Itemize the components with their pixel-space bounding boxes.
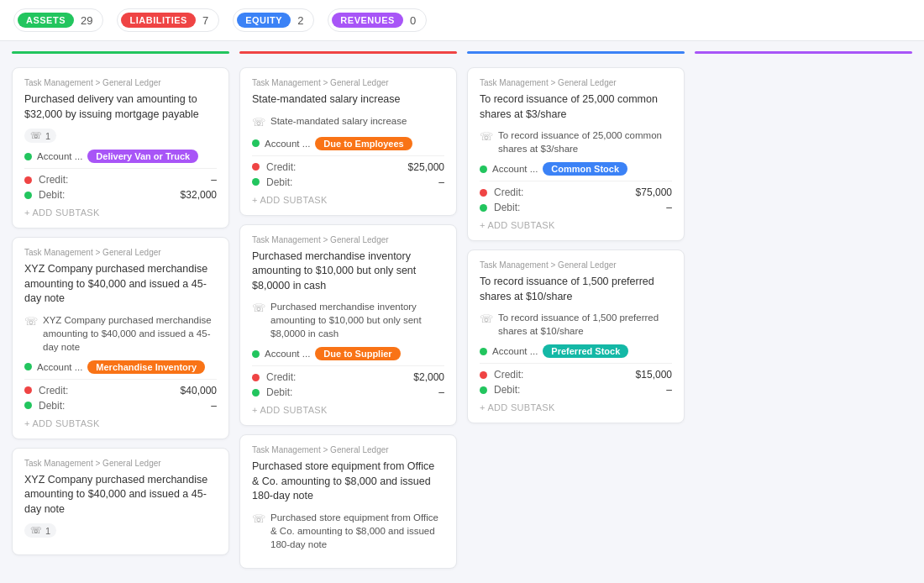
top-bar: ASSETS 29 LIABILITIES 7 EQUITY 2 REVENUE… [0, 0, 924, 41]
account-row: Account ... Merchandise Inventory [24, 360, 217, 374]
category-pill-assets[interactable]: ASSETS 29 [13, 8, 103, 32]
category-pill-equity[interactable]: EQUITY 2 [233, 8, 314, 32]
subtask-row: ☏ To record issuance of 25,000 common sh… [480, 129, 672, 155]
task-card: Task Management > General LedgerXYZ Comp… [12, 237, 229, 439]
subtask-icon: ☏ [252, 115, 265, 130]
add-subtask-button[interactable]: + ADD SUBTASK [480, 220, 672, 230]
subtask-row: ☏ XYZ Company purchased merchandise amou… [24, 313, 217, 354]
account-tag[interactable]: Common Stock [543, 162, 627, 176]
account-row: Account ... Due to Employees [252, 137, 444, 150]
debit-row: Debit: – [480, 202, 672, 213]
account-label: Account ... [37, 362, 82, 372]
category-pill-revenues[interactable]: REVENUES 0 [328, 8, 427, 32]
add-subtask-button[interactable]: + ADD SUBTASK [252, 195, 444, 205]
task-card: Task Management > General LedgerPurchase… [239, 224, 457, 427]
task-card: Task Management > General LedgerPurchase… [12, 67, 229, 228]
credit-value: $15,000 [636, 369, 672, 381]
debit-dot [480, 386, 487, 394]
debit-value: – [438, 176, 444, 188]
debit-dot [24, 402, 32, 409]
card-breadcrumb: Task Management > General Ledger [480, 260, 672, 270]
pill-count-liabilities: 7 [202, 14, 208, 27]
subtask-row: ☏ State-mandated salary increase [252, 114, 444, 130]
column-equity: Task Management > General LedgerTo recor… [462, 51, 690, 569]
pill-label-liabilities: LIABILITIES [121, 13, 195, 28]
account-tag[interactable]: Due to Employees [315, 137, 412, 150]
add-subtask-button[interactable]: + ADD SUBTASK [24, 418, 217, 428]
columns-container: Task Management > General LedgerPurchase… [0, 41, 924, 577]
subtask-count-badge: ☏ 1 [24, 523, 56, 538]
debit-value: – [666, 384, 672, 396]
credit-value: $2,000 [413, 371, 444, 383]
account-dot [24, 363, 32, 370]
debit-label: Debit: [39, 189, 65, 201]
column-revenues [690, 51, 917, 569]
subtask-text: To record issuance of 25,000 common shar… [498, 129, 672, 155]
pill-count-revenues: 0 [410, 14, 416, 27]
account-label: Account ... [492, 164, 538, 174]
debit-dot [252, 178, 260, 186]
debit-label: Debit: [494, 384, 520, 396]
column-border-top-revenues [695, 51, 912, 54]
debit-value: $32,000 [181, 189, 217, 201]
task-card: Task Management > General LedgerXYZ Comp… [12, 448, 229, 556]
credit-dot [480, 371, 487, 379]
credit-label: Credit: [266, 161, 296, 173]
column-border-top-equity [467, 51, 685, 54]
debit-label: Debit: [494, 202, 520, 213]
account-tag[interactable]: Due to Supplier [315, 347, 400, 360]
debit-dot [252, 389, 260, 397]
pill-count-equity: 2 [297, 14, 303, 27]
subtask-text: Purchased store equipment from Office & … [270, 511, 444, 551]
card-breadcrumb: Task Management > General Ledger [252, 445, 444, 454]
column-assets: Task Management > General LedgerPurchase… [7, 51, 234, 569]
add-subtask-button[interactable]: + ADD SUBTASK [24, 207, 217, 218]
account-dot [252, 139, 260, 147]
account-tag[interactable]: Merchandise Inventory [87, 360, 205, 374]
column-border-top-assets [12, 51, 229, 54]
subtask-icon-small: ☏ [30, 130, 42, 141]
add-subtask-button[interactable]: + ADD SUBTASK [480, 402, 672, 412]
subtask-text: Purchased merchandise inventory amountin… [270, 300, 444, 340]
subtask-text: State-mandated salary increase [270, 114, 407, 128]
account-row: Account ... Preferred Stock [480, 344, 672, 358]
credit-dot [252, 163, 260, 171]
debit-value: – [666, 202, 672, 213]
account-tag[interactable]: Delivery Van or Truck [87, 150, 198, 163]
subtask-row: ☏ Purchased merchandise inventory amount… [252, 300, 444, 340]
debit-row: Debit: – [252, 386, 444, 398]
card-title: To record issuance of 1,500 preferred sh… [480, 275, 672, 304]
debit-value: – [438, 386, 444, 398]
task-card: Task Management > General LedgerTo recor… [467, 249, 685, 423]
credit-dot [24, 176, 32, 184]
account-dot [24, 153, 32, 160]
debit-row: Debit: – [24, 400, 217, 412]
account-tag[interactable]: Preferred Stock [543, 344, 628, 358]
task-card: Task Management > General LedgerPurchase… [239, 434, 457, 569]
credit-value: $75,000 [636, 186, 672, 198]
account-row: Account ... Delivery Van or Truck [24, 150, 217, 163]
credit-label: Credit: [39, 385, 68, 397]
account-label: Account ... [265, 139, 310, 149]
credit-label: Credit: [494, 186, 523, 198]
pill-label-equity: EQUITY [237, 13, 291, 28]
task-card: Task Management > General LedgerTo recor… [467, 67, 685, 241]
subtask-count: 1 [45, 526, 50, 536]
credit-label: Credit: [494, 369, 523, 381]
card-breadcrumb: Task Management > General Ledger [252, 235, 444, 244]
add-subtask-button[interactable]: + ADD SUBTASK [252, 405, 444, 415]
subtask-icon: ☏ [24, 314, 38, 329]
account-label: Account ... [265, 349, 310, 359]
debit-row: Debit: – [252, 176, 444, 188]
account-dot [480, 348, 487, 355]
card-breadcrumb: Task Management > General Ledger [24, 459, 217, 468]
credit-value: – [211, 174, 217, 186]
card-title: Purchased store equipment from Office & … [252, 460, 444, 504]
debit-dot [480, 204, 487, 212]
task-card: Task Management > General LedgerState-ma… [239, 67, 457, 216]
column-liabilities: Task Management > General LedgerState-ma… [234, 51, 462, 569]
card-title: XYZ Company purchased merchandise amount… [24, 473, 217, 517]
card-title: Purchased delivery van amounting to $32,… [24, 92, 217, 122]
debit-label: Debit: [266, 386, 292, 398]
category-pill-liabilities[interactable]: LIABILITIES 7 [117, 8, 219, 32]
